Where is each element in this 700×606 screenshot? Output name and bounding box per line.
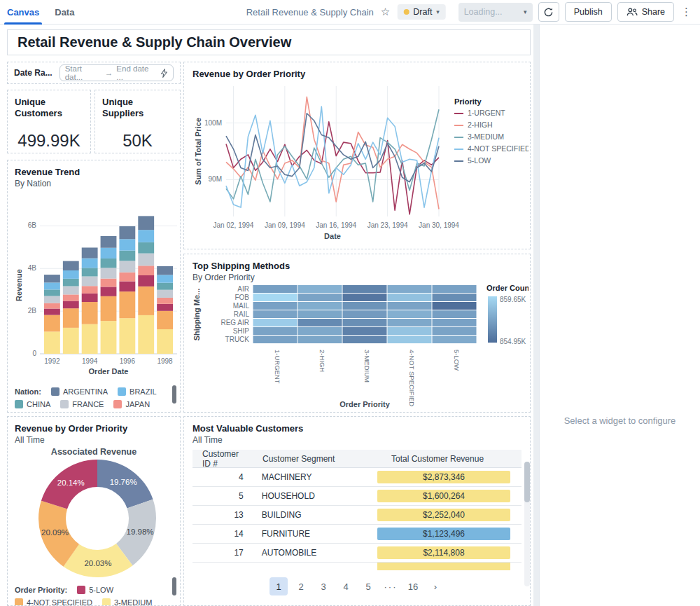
widget-date-range-filter: Date Ra... Start dat... → End date ... — [7, 62, 181, 84]
svg-text:19.98%: 19.98% — [127, 528, 154, 536]
refresh-button[interactable] — [538, 2, 559, 22]
loading-dropdown[interactable]: Loading... ▾ — [458, 3, 533, 22]
chart-title: Revenue by Order Priority — [192, 69, 530, 79]
legend-item[interactable]: FRANCE — [60, 400, 104, 408]
svg-text:859.65K: 859.65K — [500, 296, 526, 303]
loading-label: Loading... — [464, 7, 503, 17]
document-title[interactable]: Retail Revenue & Supply Chain — [246, 7, 374, 18]
svg-text:6B: 6B — [28, 221, 37, 229]
svg-text:Jan 16, 1994: Jan 16, 1994 — [316, 221, 356, 229]
cell-customer-id: 4 — [192, 472, 262, 482]
table-row-partial — [192, 563, 522, 570]
page-button[interactable]: 1 — [270, 577, 288, 595]
page-button[interactable]: 2 — [292, 577, 310, 595]
page-button[interactable]: 5 — [359, 577, 377, 595]
svg-text:Jan 30, 1994: Jan 30, 1994 — [419, 221, 459, 229]
publish-label: Publish — [574, 7, 603, 17]
svg-text:3-MEDIUM: 3-MEDIUM — [468, 132, 504, 141]
widget-kpi-unique-suppliers[interactable]: Unique Suppliers 50K — [94, 90, 181, 153]
widget-revenue-by-priority-donut[interactable]: Revenue by Order Priority All Time Assoc… — [7, 416, 181, 606]
overflow-menu-icon[interactable]: ⋮ — [680, 6, 693, 18]
svg-text:2-HIGH: 2-HIGH — [468, 120, 493, 129]
legend-scrollbar[interactable] — [172, 577, 176, 595]
priority-donut-chart: 19.76%19.98%20.03%20.09%20.14% — [15, 457, 180, 580]
publish-button[interactable]: Publish — [565, 2, 612, 22]
date-range-input[interactable]: Start dat... → End date ... — [59, 64, 174, 81]
widget-kpi-unique-customers[interactable]: Unique Customers 499.99K — [7, 90, 91, 153]
legend-swatch — [15, 400, 23, 408]
page-button[interactable]: 3 — [314, 577, 332, 595]
cell-customer-id: 14 — [192, 529, 262, 539]
table-row[interactable]: 17 AUTOMOBILE $2,114,808 — [192, 544, 522, 563]
svg-text:Shipping Me...: Shipping Me... — [192, 289, 201, 341]
col-header-revenue[interactable]: Total Customer Revenue — [380, 454, 522, 464]
legend-swatch — [113, 400, 122, 408]
svg-text:19.76%: 19.76% — [110, 478, 137, 486]
svg-text:Order Date: Order Date — [89, 367, 129, 376]
table-scrollbar[interactable] — [524, 462, 530, 586]
svg-text:1-URGENT: 1-URGENT — [274, 350, 281, 384]
table-row[interactable]: 13 BUILDING $2,252,040 — [192, 506, 522, 525]
svg-text:0: 0 — [32, 350, 36, 357]
tab-data[interactable]: Data — [55, 0, 74, 25]
legend-item[interactable]: 5-LOW — [77, 586, 113, 594]
cell-customer-id: 5 — [192, 491, 262, 501]
nation-legend: Nation:ARGENTINABRAZILCHINAFRANCEJAPAN — [15, 387, 180, 408]
favorite-star-icon[interactable]: ☆ — [381, 6, 390, 18]
svg-text:100M: 100M — [204, 119, 222, 127]
chart-title: Top Shipping Methods — [192, 261, 530, 271]
svg-text:20.14%: 20.14% — [57, 478, 85, 487]
svg-text:REG AIR: REG AIR — [220, 319, 249, 326]
page-button[interactable]: 16 — [404, 577, 422, 595]
scrollbar-thumb[interactable] — [524, 462, 530, 502]
widget-revenue-by-priority-line[interactable]: Revenue by Order Priority 90M100MJan 02,… — [183, 62, 531, 249]
table-row[interactable]: 14 FURNITURE $1,123,496 — [192, 525, 522, 544]
donut-measure-label: Associated Revenue — [15, 447, 180, 457]
table-row[interactable]: 5 HOUSEHOLD $1,600,264 — [192, 487, 522, 506]
svg-text:4-NOT SPECIFIED: 4-NOT SPECIFIED — [408, 350, 416, 406]
pagination-ellipsis: ··· — [382, 577, 400, 595]
widget-revenue-trend[interactable]: Revenue Trend By Nation 02B4B6B199219941… — [7, 160, 181, 413]
status-label: Draft — [413, 7, 432, 17]
svg-text:Date: Date — [324, 232, 341, 240]
legend-item[interactable]: BRAZIL — [118, 387, 157, 396]
legend-item[interactable]: JAPAN — [113, 400, 150, 408]
cell-segment: MACHINERY — [262, 472, 377, 482]
end-date-placeholder: End date ... — [116, 64, 157, 81]
legend-item[interactable]: 3-MEDIUM — [102, 598, 152, 606]
col-header-customer-id[interactable]: Customer ID # — [192, 449, 262, 469]
chart-subtitle: By Order Priority — [192, 273, 530, 282]
share-button[interactable]: Share — [617, 2, 674, 22]
priority-legend: Order Priority:5-LOW4-NOT SPECIFIED3-MED… — [15, 586, 180, 606]
svg-text:SHIP: SHIP — [233, 327, 250, 335]
widget-most-valuable-customers[interactable]: Most Valuable Customers All Time Custome… — [183, 416, 531, 606]
col-header-segment[interactable]: Customer Segment — [262, 454, 380, 464]
kpi-value: 50K — [102, 131, 173, 151]
page-title: Retail Revenue & Supply Chain Overview — [18, 34, 291, 50]
next-page-button[interactable]: › — [426, 577, 444, 595]
svg-text:1992: 1992 — [44, 357, 60, 365]
workbook-canvas: Retail Revenue & Supply Chain Overview D… — [0, 25, 533, 606]
cell-segment: FURNITURE — [262, 529, 377, 539]
table-row[interactable]: 4 MACHINERY $2,873,346 — [192, 468, 522, 487]
legend-swatch — [102, 598, 111, 606]
svg-text:4-NOT SPECIFIED: 4-NOT SPECIFIED — [468, 144, 528, 153]
legend-item[interactable]: 4-NOT SPECIFIED — [15, 598, 92, 606]
legend-item[interactable]: ARGENTINA — [51, 387, 108, 396]
version-status-dropdown[interactable]: Draft ▾ — [397, 4, 446, 20]
status-dot-icon — [403, 9, 409, 15]
svg-text:2B: 2B — [28, 307, 37, 315]
chevron-down-icon: ▾ — [524, 8, 527, 15]
widget-top-shipping-methods[interactable]: Top Shipping Methods By Order Priority A… — [183, 254, 531, 413]
widget-page-title[interactable]: Retail Revenue & Supply Chain Overview — [7, 29, 531, 55]
top-bar: Canvas Data Retail Revenue & Supply Chai… — [0, 0, 700, 25]
share-label: Share — [642, 7, 665, 17]
page-button[interactable]: 4 — [337, 577, 355, 595]
table-header-row: Customer ID # Customer Segment Total Cus… — [192, 450, 522, 468]
tab-canvas[interactable]: Canvas — [7, 0, 39, 25]
svg-text:Sum of Total Price: Sum of Total Price — [194, 118, 202, 185]
legend-item[interactable]: CHINA — [15, 400, 50, 408]
cell-customer-id: 17 — [192, 548, 262, 558]
legend-scrollbar[interactable] — [172, 385, 176, 404]
priority-line-chart: 90M100MJan 02, 1994Jan 09, 1994Jan 16, 1… — [192, 79, 528, 247]
